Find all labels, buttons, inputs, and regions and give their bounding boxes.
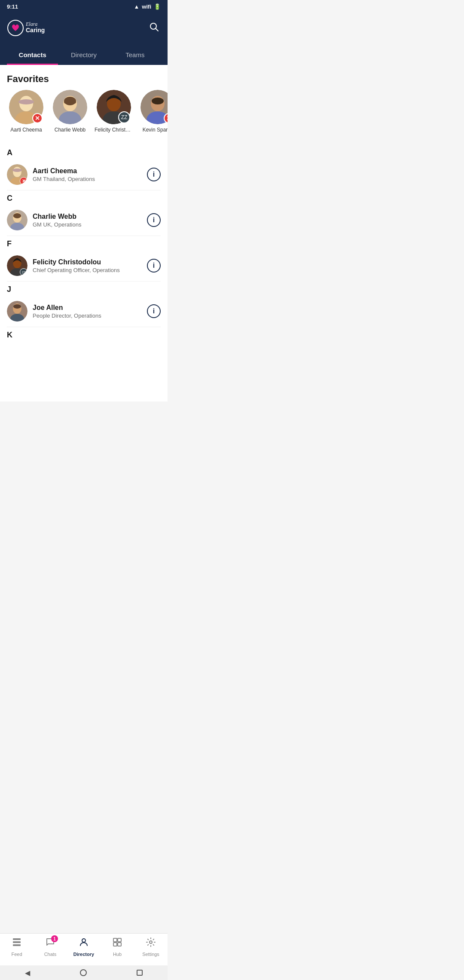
contact-remove-badge[interactable]: ✕ [20,177,27,185]
alpha-letter: F [7,236,161,250]
contact-item[interactable]: Joe Allen People Director, Operations i [7,296,161,327]
avatar-charlie-list [7,210,27,230]
svg-rect-29 [13,215,21,217]
contact-item[interactable]: Charlie Webb GM UK, Operations i [7,205,161,236]
status-bar: 9:11 ▲ wifi 🔋 [0,0,168,13]
remove-badge[interactable]: ✕ [32,113,43,123]
search-button[interactable] [147,20,161,36]
alpha-letter: C [7,190,161,205]
contact-name: Joe Allen [33,304,142,312]
favorite-name: Kevin Sparks [143,127,168,133]
info-button[interactable]: i [147,259,161,273]
signal-icon: ▲ [134,3,139,10]
contact-sleep-badge: ZZ [20,268,27,276]
favorite-name: Charlie Webb [55,127,85,133]
favorites-title: Favorites [0,65,168,90]
status-time: 9:11 [7,3,18,10]
contacts-list: A ✕ Aarti Cheema GM Thailand, Operations… [0,141,168,341]
logo-svg: Elara Caring [7,18,76,37]
sleep-badge: ZZ [118,111,130,123]
favorite-item[interactable]: Charlie Webb [51,90,89,133]
contact-avatar: ZZ [7,255,27,276]
contact-avatar: ✕ [7,164,27,185]
contact-name: Aarti Cheema [33,167,142,175]
header-top: Elara Caring [7,18,161,44]
favorite-avatar-wrap [53,90,87,124]
status-icons: ▲ wifi 🔋 [134,3,161,10]
avatar-joe-list [7,301,27,322]
tab-teams[interactable]: Teams [110,46,161,65]
favorite-item[interactable]: ✕ Kevin Sparks [138,90,168,133]
contact-role: Chief Operating Officer, Operations [33,267,142,273]
logo: Elara Caring [7,18,76,37]
svg-point-8 [18,99,34,104]
svg-text:Elara: Elara [25,21,37,27]
svg-point-24 [12,168,22,172]
svg-rect-13 [64,100,76,104]
svg-point-36 [13,304,21,309]
header: Elara Caring Contacts Directory Teams [0,13,168,65]
contact-info: Felicity Christodolou Chief Operating Of… [27,258,147,273]
contact-info: Joe Allen People Director, Operations [27,304,147,319]
svg-point-20 [152,98,164,104]
favorite-item[interactable]: ✕ Aarti Cheema [7,90,46,133]
info-button[interactable]: i [147,168,161,181]
tab-directory[interactable]: Directory [58,46,109,65]
svg-text:Caring: Caring [26,27,45,34]
main-content: Favorites ✕ Aarti Cheema [0,65,168,401]
favorite-name: Aarti Cheema [10,127,42,133]
contact-name: Felicity Christodolou [33,258,142,266]
alpha-letter: A [7,145,161,159]
contact-info: Aarti Cheema GM Thailand, Operations [27,167,147,182]
wifi-icon: wifi [142,3,151,10]
tab-contacts[interactable]: Contacts [7,46,58,65]
favorite-avatar-wrap: ZZ [97,90,131,124]
contact-avatar [7,301,27,322]
contact-name: Charlie Webb [33,213,142,220]
battery-icon: 🔋 [154,3,161,10]
alpha-letter: J [7,282,161,296]
nav-tabs: Contacts Directory Teams [7,46,161,65]
contact-role: GM UK, Operations [33,221,142,228]
favorites-section: Favorites ✕ Aarti Cheema [0,65,168,141]
favorite-item[interactable]: ZZ Felicity Christodol... [95,90,133,133]
favorite-avatar [53,90,87,124]
info-button[interactable]: i [147,304,161,318]
favorite-avatar-wrap: ✕ [9,90,43,124]
svg-line-4 [156,29,159,31]
favorite-name: Felicity Christodol... [95,127,133,133]
contact-role: GM Thailand, Operations [33,176,142,182]
contact-item[interactable]: ✕ Aarti Cheema GM Thailand, Operations i [7,159,161,190]
contact-avatar [7,210,27,230]
search-icon [149,21,159,32]
info-button[interactable]: i [147,213,161,227]
avatar-charlie [53,90,87,124]
contact-item[interactable]: ZZ Felicity Christodolou Chief Operating… [7,250,161,282]
favorites-list: ✕ Aarti Cheema [0,90,168,141]
contact-role: People Director, Operations [33,312,142,319]
contact-info: Charlie Webb GM UK, Operations [27,213,147,228]
alpha-letter: K [7,327,161,341]
favorite-avatar-wrap: ✕ [140,90,168,124]
